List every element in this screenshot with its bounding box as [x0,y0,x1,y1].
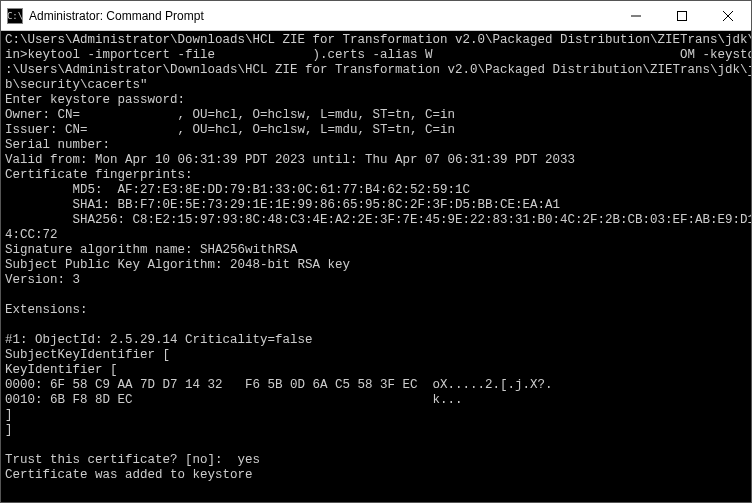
maximize-icon [677,11,687,21]
command-prompt-window: C:\ Administrator: Command Prompt C:\Use… [0,0,752,503]
window-title: Administrator: Command Prompt [29,9,613,23]
minimize-icon [631,11,641,21]
svg-rect-1 [678,11,687,20]
terminal-output[interactable]: C:\Users\Administrator\Downloads\HCL ZIE… [1,31,751,502]
cmd-icon: C:\ [7,8,23,24]
maximize-button[interactable] [659,1,705,30]
titlebar[interactable]: C:\ Administrator: Command Prompt [1,1,751,31]
close-button[interactable] [705,1,751,30]
close-icon [723,11,733,21]
window-buttons [613,1,751,30]
minimize-button[interactable] [613,1,659,30]
